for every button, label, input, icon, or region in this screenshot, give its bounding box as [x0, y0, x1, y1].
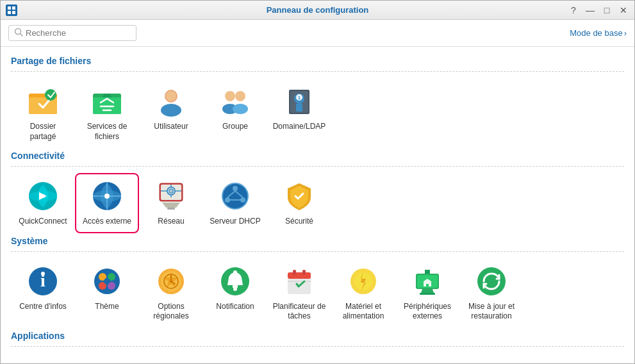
item-notification[interactable]: Notification	[203, 258, 267, 328]
title-bar: Panneau de configuration ? — □ ✕	[1, 1, 634, 20]
item-dossier-partage[interactable]: Dossier partagé	[11, 78, 75, 148]
item-synchro-dossier[interactable]: Synchro du dossier partagé	[203, 353, 267, 363]
svg-point-26	[41, 194, 45, 198]
item-quickconnect[interactable]: QuickConnect	[11, 173, 75, 233]
grid-connectivite: QuickConnect Accès externe	[11, 173, 624, 233]
divider-connectivite	[11, 166, 624, 167]
mode-arrow-icon: ›	[624, 28, 627, 38]
item-services-indexation[interactable]: Services d'indexation	[139, 353, 203, 363]
icon-acces-externe	[90, 179, 124, 213]
item-privileges[interactable]: Privilèges	[11, 353, 75, 363]
icon-centre-infos: i	[26, 265, 60, 298]
label-theme: Thème	[95, 302, 119, 312]
svg-point-37	[170, 190, 172, 192]
icon-privileges	[26, 360, 60, 363]
window-title: Panneau de configuration	[267, 5, 369, 15]
label-domaine-ldap: Domaine/LDAP	[273, 122, 326, 132]
maximize-button[interactable]: □	[601, 4, 613, 16]
svg-point-16	[235, 91, 245, 101]
label-notification: Notification	[216, 302, 254, 312]
icon-options-regionales	[154, 265, 188, 298]
icon-utilisateur	[154, 85, 188, 118]
content-area: Partage de fichiers Dossier partagé	[1, 47, 634, 363]
item-theme[interactable]: Thème	[75, 258, 139, 328]
item-services-fichiers[interactable]: Services de fichiers	[75, 78, 139, 148]
svg-point-67	[233, 287, 237, 291]
label-utilisateur: Utilisateur	[154, 122, 188, 132]
svg-point-31	[104, 194, 110, 199]
icon-groupe	[219, 85, 252, 118]
label-dossier-partage: Dossier partagé	[16, 122, 70, 142]
svg-point-14	[225, 91, 235, 101]
svg-rect-34	[167, 208, 175, 210]
close-button[interactable]: ✕	[618, 4, 629, 16]
main-window: Panneau de configuration ? — □ ✕ Mode de…	[0, 0, 635, 364]
svg-rect-1	[12, 6, 15, 10]
svg-point-64	[170, 280, 172, 283]
item-terminal-snmp[interactable]: >_ Terminal & SNMP	[267, 353, 331, 363]
search-icon	[14, 28, 23, 38]
icon-reseau	[154, 179, 188, 213]
toolbar: Mode de base ›	[1, 20, 634, 47]
section-label-applications: Applications	[11, 331, 624, 341]
mode-link[interactable]: Mode de base ›	[570, 28, 627, 38]
label-options-regionales: Options régionales	[144, 302, 198, 322]
mode-link-label: Mode de base	[570, 28, 622, 38]
icon-services-indexation	[154, 360, 188, 363]
item-groupe[interactable]: Groupe	[203, 78, 267, 148]
icon-peripheriques	[411, 265, 444, 298]
item-portail-applications[interactable]: Portail des applications	[75, 353, 139, 363]
item-reseau[interactable]: Réseau	[139, 173, 203, 233]
item-acces-externe[interactable]: Accès externe	[75, 173, 139, 233]
app-icon	[6, 4, 17, 16]
label-planificateur: Planificateur de tâches	[272, 302, 326, 322]
divider-partage	[11, 71, 624, 72]
section-label-partage: Partage de fichiers	[11, 56, 624, 66]
label-securite: Sécurité	[285, 217, 313, 227]
label-centre-infos: Centre d'infos	[19, 302, 67, 312]
item-centre-infos[interactable]: i Centre d'infos	[11, 258, 75, 328]
icon-services-fichiers	[90, 85, 124, 118]
item-options-regionales[interactable]: Options régionales	[139, 258, 203, 328]
help-button[interactable]: ?	[568, 4, 579, 16]
item-securite[interactable]: Sécurité	[267, 173, 331, 233]
grid-systeme: i Centre d'infos	[11, 258, 624, 328]
icon-quickconnect	[26, 179, 60, 213]
svg-point-79	[477, 267, 506, 295]
section-label-systeme: Système	[11, 236, 624, 246]
label-groupe: Groupe	[222, 122, 248, 132]
icon-materiel	[347, 265, 380, 298]
label-reseau: Réseau	[158, 217, 184, 227]
label-mise-a-jour: Mise à jour et restauration	[465, 302, 518, 322]
item-peripheriques[interactable]: Périphériques externes	[395, 258, 459, 328]
svg-point-68	[233, 270, 237, 274]
item-materiel[interactable]: Matériel et alimentation	[331, 258, 395, 328]
divider-applications	[11, 346, 624, 347]
svg-point-8	[45, 89, 56, 101]
item-dhcp[interactable]: Serveur DHCP	[203, 173, 267, 233]
label-peripheriques: Périphériques externes	[400, 302, 454, 322]
item-mise-a-jour[interactable]: Mise à jour et restauration	[459, 258, 524, 328]
icon-terminal-snmp: >_	[283, 360, 316, 363]
svg-point-52	[41, 272, 45, 276]
svg-rect-70	[288, 272, 311, 279]
svg-rect-2	[8, 11, 11, 14]
label-dhcp: Serveur DHCP	[210, 217, 260, 227]
item-domaine-ldap[interactable]: 1 Domaine/LDAP	[267, 78, 331, 148]
search-input[interactable]	[26, 28, 128, 38]
search-box[interactable]	[8, 25, 136, 41]
icon-dossier-partage	[26, 85, 60, 118]
icon-mise-a-jour	[475, 265, 508, 298]
item-utilisateur[interactable]: Utilisateur	[139, 78, 203, 148]
window-controls: ? — □ ✕	[568, 4, 629, 16]
icon-dhcp	[219, 179, 252, 213]
icon-planificateur	[283, 265, 316, 298]
minimize-button[interactable]: —	[584, 4, 596, 16]
svg-point-44	[233, 186, 238, 191]
label-quickconnect: QuickConnect	[19, 217, 67, 227]
item-planificateur[interactable]: Planificateur de tâches	[267, 258, 331, 328]
svg-line-5	[21, 34, 23, 37]
label-materiel: Matériel et alimentation	[336, 302, 390, 322]
svg-text:1: 1	[298, 95, 301, 101]
section-label-connectivite: Connectivité	[11, 151, 624, 161]
